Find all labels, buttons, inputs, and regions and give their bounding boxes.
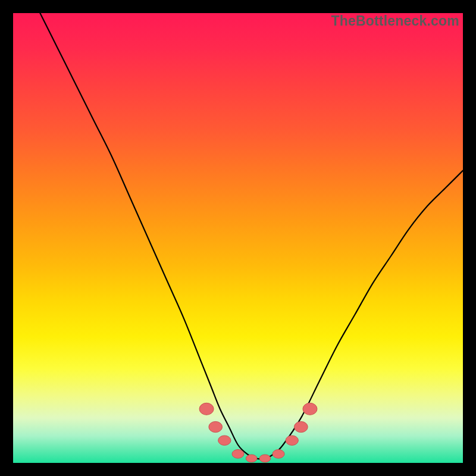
curve-marker xyxy=(286,436,298,445)
curve-markers xyxy=(199,403,317,462)
curve-marker xyxy=(199,403,214,415)
curve-marker xyxy=(273,450,284,459)
bottleneck-curve xyxy=(40,13,463,459)
curve-marker xyxy=(303,403,317,415)
curve-marker xyxy=(232,450,244,459)
curve-marker xyxy=(259,455,271,462)
curve-marker xyxy=(218,436,231,445)
watermark-text: TheBottleneck.com xyxy=(331,13,459,29)
curve-marker xyxy=(246,455,257,462)
curve-svg xyxy=(13,13,463,463)
chart-frame: TheBottleneck.com xyxy=(0,0,476,476)
curve-marker xyxy=(295,421,308,432)
curve-marker xyxy=(209,421,223,432)
plot-area: TheBottleneck.com xyxy=(13,13,463,463)
